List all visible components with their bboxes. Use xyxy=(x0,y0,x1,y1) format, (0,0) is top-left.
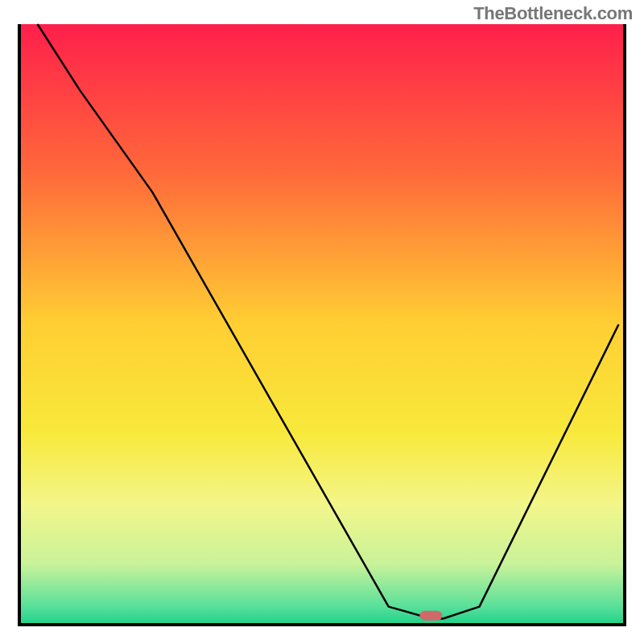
watermark-text: TheBottleneck.com xyxy=(473,3,633,24)
bottleneck-chart xyxy=(0,0,644,644)
optimal-marker xyxy=(419,611,442,621)
chart-container: TheBottleneck.com xyxy=(0,0,644,644)
gradient-background xyxy=(19,24,625,625)
